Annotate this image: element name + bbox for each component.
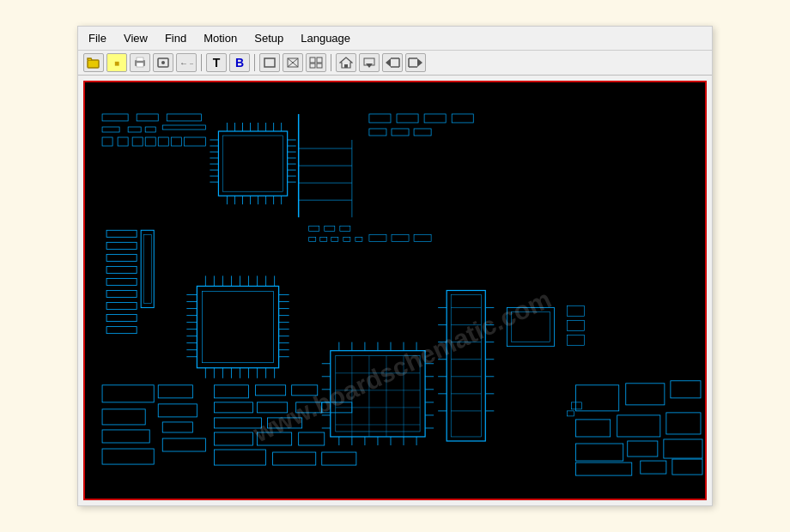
svg-rect-212 bbox=[322, 452, 356, 465]
separator-1 bbox=[201, 54, 202, 71]
svg-rect-181 bbox=[617, 415, 660, 437]
pcb-schematic: www.boardschematic.com bbox=[85, 82, 705, 499]
bold-button[interactable]: B bbox=[229, 53, 250, 72]
svg-rect-215 bbox=[325, 226, 335, 231]
svg-rect-65 bbox=[145, 127, 155, 132]
canvas-area[interactable]: www.boardschematic.com bbox=[83, 81, 707, 500]
svg-rect-234 bbox=[106, 278, 137, 285]
svg-rect-74 bbox=[184, 137, 205, 146]
expand-button[interactable] bbox=[306, 53, 326, 72]
print-button[interactable] bbox=[130, 53, 150, 72]
svg-rect-177 bbox=[576, 385, 619, 411]
separator-2 bbox=[254, 54, 255, 71]
menu-find[interactable]: Find bbox=[161, 30, 190, 46]
menu-setup[interactable]: Setup bbox=[251, 30, 287, 46]
svg-rect-14 bbox=[317, 63, 322, 68]
svg-rect-79 bbox=[202, 292, 273, 363]
svg-rect-187 bbox=[641, 461, 666, 474]
svg-text:←→: ←→ bbox=[179, 58, 193, 68]
svg-rect-183 bbox=[576, 444, 623, 461]
svg-rect-200 bbox=[256, 385, 286, 396]
svg-rect-192 bbox=[102, 409, 145, 425]
svg-rect-198 bbox=[102, 449, 154, 464]
menu-language[interactable]: Language bbox=[297, 30, 354, 46]
yellow-box-button[interactable]: ■ bbox=[106, 53, 127, 72]
cross-select-button[interactable] bbox=[283, 53, 303, 72]
svg-rect-211 bbox=[273, 452, 316, 465]
svg-rect-73 bbox=[171, 137, 181, 146]
svg-rect-12 bbox=[317, 57, 322, 63]
svg-rect-11 bbox=[310, 57, 315, 63]
svg-rect-78 bbox=[197, 286, 278, 367]
svg-rect-210 bbox=[214, 450, 265, 465]
svg-marker-19 bbox=[386, 58, 391, 67]
svg-rect-242 bbox=[568, 321, 585, 331]
svg-marker-23 bbox=[417, 58, 422, 67]
svg-rect-232 bbox=[106, 254, 137, 261]
svg-rect-195 bbox=[158, 404, 197, 417]
watermark-text: www.boardschematic.com bbox=[248, 285, 556, 448]
svg-rect-247 bbox=[452, 114, 473, 123]
svg-rect-237 bbox=[106, 315, 137, 322]
svg-rect-194 bbox=[158, 385, 192, 398]
svg-rect-193 bbox=[102, 430, 149, 443]
svg-rect-217 bbox=[309, 237, 316, 241]
svg-rect-185 bbox=[664, 439, 702, 458]
text-button[interactable]: T bbox=[206, 53, 227, 72]
svg-rect-238 bbox=[106, 327, 137, 334]
svg-rect-248 bbox=[369, 129, 386, 136]
svg-rect-62 bbox=[137, 114, 158, 121]
svg-rect-118 bbox=[447, 291, 485, 441]
svg-rect-186 bbox=[576, 462, 632, 475]
svg-point-5 bbox=[161, 61, 165, 64]
svg-rect-218 bbox=[320, 237, 327, 241]
svg-rect-216 bbox=[340, 226, 350, 231]
rect-button[interactable] bbox=[153, 53, 173, 72]
svg-rect-199 bbox=[214, 385, 248, 398]
svg-rect-241 bbox=[568, 306, 585, 317]
svg-rect-245 bbox=[397, 114, 418, 123]
svg-rect-230 bbox=[106, 230, 137, 237]
svg-rect-2 bbox=[137, 63, 143, 67]
app-window: File View Find Motion Setup Language ■ bbox=[77, 26, 713, 506]
svg-rect-189 bbox=[572, 402, 582, 409]
next-button[interactable] bbox=[405, 53, 426, 72]
svg-rect-67 bbox=[102, 127, 119, 132]
svg-rect-250 bbox=[414, 129, 431, 136]
svg-rect-190 bbox=[568, 411, 574, 416]
open-button[interactable] bbox=[83, 53, 104, 72]
svg-rect-27 bbox=[218, 131, 287, 196]
svg-rect-72 bbox=[158, 137, 168, 146]
svg-rect-184 bbox=[628, 441, 658, 456]
svg-rect-243 bbox=[568, 336, 585, 346]
svg-rect-76 bbox=[141, 230, 154, 307]
svg-rect-68 bbox=[102, 137, 112, 146]
svg-rect-249 bbox=[392, 129, 409, 136]
svg-rect-221 bbox=[356, 237, 362, 241]
svg-rect-7 bbox=[264, 58, 275, 67]
prev-button[interactable] bbox=[382, 53, 403, 72]
svg-rect-219 bbox=[331, 237, 338, 241]
svg-rect-28 bbox=[222, 136, 283, 191]
svg-rect-207 bbox=[214, 432, 252, 445]
down-button[interactable] bbox=[359, 53, 380, 72]
box-button[interactable] bbox=[259, 53, 280, 72]
menu-motion[interactable]: Motion bbox=[200, 30, 240, 46]
svg-rect-223 bbox=[392, 234, 409, 241]
svg-rect-202 bbox=[214, 402, 252, 413]
menu-bar: File View Find Motion Setup Language bbox=[78, 27, 712, 51]
separator-3 bbox=[331, 54, 331, 71]
svg-rect-236 bbox=[106, 303, 137, 310]
menu-file[interactable]: File bbox=[85, 30, 110, 46]
svg-rect-70 bbox=[132, 137, 143, 146]
svg-rect-77 bbox=[143, 234, 151, 303]
svg-rect-235 bbox=[106, 291, 137, 298]
svg-rect-214 bbox=[309, 226, 319, 231]
svg-rect-71 bbox=[145, 137, 155, 146]
move-button[interactable]: ←→ bbox=[176, 53, 197, 72]
svg-rect-178 bbox=[626, 384, 665, 405]
svg-rect-191 bbox=[102, 385, 154, 402]
svg-rect-13 bbox=[310, 63, 315, 68]
home-button[interactable] bbox=[336, 53, 356, 72]
menu-view[interactable]: View bbox=[120, 30, 151, 46]
